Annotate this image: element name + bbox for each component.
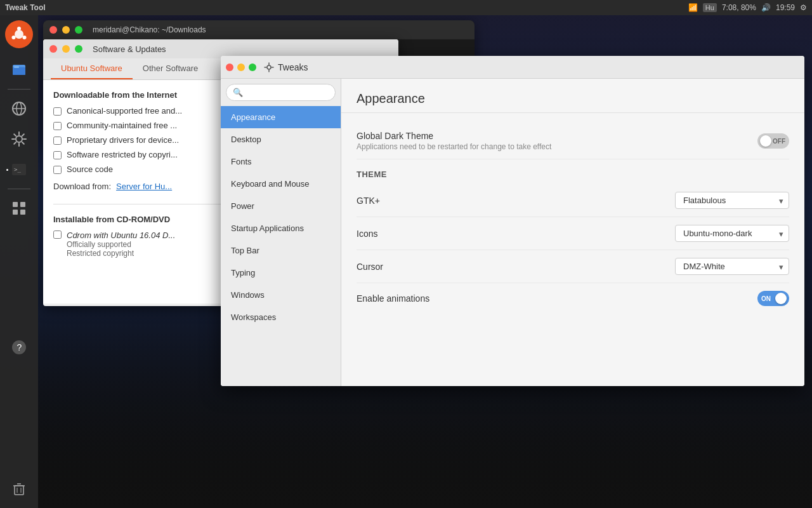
tweaks-window: Tweaks Appearance Desktop Fonts Keyboard… bbox=[221, 56, 804, 386]
global-dark-theme-toggle[interactable] bbox=[757, 133, 789, 149]
tweaks-maximize-btn[interactable] bbox=[249, 64, 256, 71]
svg-rect-16 bbox=[20, 210, 25, 215]
source-checkbox[interactable] bbox=[53, 166, 62, 174]
enable-animations-row: Enable animations bbox=[357, 283, 789, 314]
nav-workspaces[interactable]: Workspaces bbox=[221, 306, 341, 328]
enable-animations-toggle[interactable] bbox=[757, 291, 789, 306]
browser-dock-item[interactable] bbox=[5, 95, 33, 123]
tweaks-main-content: Appearance Global Dark Theme Application… bbox=[341, 79, 804, 386]
nav-windows[interactable]: Windows bbox=[221, 284, 341, 306]
proprietary-checkbox[interactable] bbox=[53, 137, 62, 145]
canonical-label: Canonical-supported free and... bbox=[67, 106, 182, 116]
tweaks-icon bbox=[264, 62, 274, 72]
cdrom-checkbox[interactable] bbox=[53, 231, 62, 239]
tweaks-minimize-btn[interactable] bbox=[237, 64, 245, 71]
icons-select-btn[interactable]: Ubuntu-mono-dark bbox=[675, 225, 789, 242]
cdrom-label: Cdrom with Ubuntu 16.04 D... bbox=[67, 231, 175, 240]
files-dock-item[interactable] bbox=[5, 56, 33, 84]
svg-point-2 bbox=[12, 36, 16, 39]
dock-separator bbox=[8, 89, 30, 90]
svg-point-0 bbox=[15, 30, 23, 39]
svg-rect-13 bbox=[13, 202, 18, 207]
nav-keyboard-mouse[interactable]: Keyboard and Mouse bbox=[221, 173, 341, 195]
svg-rect-15 bbox=[13, 210, 18, 215]
tab-other-software[interactable]: Other Software bbox=[133, 58, 208, 79]
software-minimize-btn[interactable] bbox=[62, 45, 70, 53]
power-icon[interactable]: ⚙ bbox=[800, 3, 807, 12]
svg-point-3 bbox=[23, 36, 27, 39]
global-dark-theme-label: Global Dark Theme bbox=[357, 131, 551, 141]
restricted-label: Software restricted by copyri... bbox=[67, 150, 178, 159]
restricted-checkbox[interactable] bbox=[53, 151, 62, 159]
toggle-knob-on bbox=[775, 293, 787, 304]
tweaks-close-btn[interactable] bbox=[226, 64, 233, 71]
enable-animations-label: Enable animations bbox=[357, 293, 429, 304]
wifi-icon: 📶 bbox=[688, 3, 698, 12]
svg-rect-14 bbox=[20, 202, 25, 207]
tweaks-window-controls bbox=[226, 64, 256, 71]
theme-section-heading: Theme bbox=[357, 170, 789, 179]
help-dock-item[interactable]: ? bbox=[5, 333, 33, 361]
cdrom-sub2: Restricted copyright bbox=[67, 249, 175, 258]
active-indicator bbox=[6, 169, 8, 171]
terminal-title: meridani@Chikano: ~/Downloads bbox=[93, 25, 206, 34]
tweaks-sidebar: Appearance Desktop Fonts Keyboard and Mo… bbox=[221, 79, 341, 386]
canonical-checkbox[interactable] bbox=[53, 107, 62, 116]
software-close-btn[interactable] bbox=[49, 45, 57, 53]
tweaks-search-input[interactable] bbox=[226, 84, 336, 101]
download-from-label: Download from: bbox=[53, 182, 111, 191]
trash-dock-item[interactable] bbox=[5, 475, 33, 503]
volume-icon: 🔊 bbox=[761, 3, 771, 12]
cursor-label: Cursor bbox=[357, 262, 383, 272]
terminal-close-btn[interactable] bbox=[49, 26, 57, 34]
nav-typing[interactable]: Typing bbox=[221, 262, 341, 284]
system-bar-right: 📶 Hu 7:08, 80% 🔊 19:59 ⚙ bbox=[688, 3, 807, 12]
tweaks-title: Tweaks bbox=[264, 62, 308, 72]
svg-point-24 bbox=[267, 65, 271, 69]
tweaks-titlebar: Tweaks bbox=[221, 56, 804, 79]
software-maximize-btn[interactable] bbox=[75, 45, 82, 53]
tweaks-settings: Global Dark Theme Applications need to b… bbox=[341, 113, 804, 324]
nav-top-bar[interactable]: Top Bar bbox=[221, 239, 341, 262]
nav-appearance[interactable]: Appearance bbox=[221, 106, 341, 128]
cdrom-sub1: Officially supported bbox=[67, 240, 175, 249]
ubuntu-logo[interactable] bbox=[5, 20, 33, 48]
battery-status: 7:08, 80% bbox=[722, 3, 756, 12]
terminal-minimize-btn[interactable] bbox=[62, 26, 70, 34]
gtk-select-btn[interactable]: Flatabulous bbox=[675, 192, 789, 209]
tweaks-search-container bbox=[221, 79, 341, 106]
cursor-row: Cursor DMZ-White bbox=[357, 250, 789, 283]
dock-separator-2 bbox=[8, 189, 30, 189]
dock: >_ ? bbox=[0, 15, 38, 508]
icons-row: Icons Ubuntu-mono-dark bbox=[357, 217, 789, 250]
gtk-row: GTK+ Flatabulous bbox=[357, 184, 789, 217]
source-label: Source code bbox=[67, 164, 113, 174]
nav-power[interactable]: Power bbox=[221, 195, 341, 217]
tab-ubuntu-software[interactable]: Ubuntu Software bbox=[51, 58, 133, 79]
toggle-knob bbox=[760, 135, 771, 147]
terminal-maximize-btn[interactable] bbox=[75, 26, 82, 34]
svg-point-1 bbox=[17, 27, 21, 30]
svg-rect-6 bbox=[14, 66, 19, 68]
gtk-label: GTK+ bbox=[357, 196, 380, 206]
global-dark-theme-sublabel: Applications need to be restarted for ch… bbox=[357, 142, 551, 151]
svg-point-10 bbox=[16, 136, 22, 142]
svg-text:>_: >_ bbox=[14, 166, 21, 173]
nav-startup[interactable]: Startup Applications bbox=[221, 217, 341, 239]
terminal-dock-item[interactable]: >_ bbox=[5, 156, 33, 184]
nav-desktop[interactable]: Desktop bbox=[221, 128, 341, 150]
icons-dropdown: Ubuntu-mono-dark bbox=[662, 225, 789, 242]
icons-label: Icons bbox=[357, 229, 377, 239]
community-checkbox[interactable] bbox=[53, 122, 62, 130]
svg-text:?: ? bbox=[17, 342, 22, 352]
apps-dock-item[interactable] bbox=[5, 194, 33, 222]
server-link[interactable]: Server for Hu... bbox=[116, 182, 172, 191]
nav-fonts[interactable]: Fonts bbox=[221, 150, 341, 173]
community-label: Community-maintained free ... bbox=[67, 121, 177, 130]
cursor-select-btn[interactable]: DMZ-White bbox=[675, 258, 789, 275]
tweaks-content-header: Appearance bbox=[341, 79, 804, 113]
system-bar-title: Tweak Tool bbox=[5, 3, 46, 12]
svg-rect-5 bbox=[13, 67, 25, 75]
settings-dock-item[interactable] bbox=[5, 125, 33, 153]
software-window-title: Software & Updates bbox=[93, 44, 166, 54]
